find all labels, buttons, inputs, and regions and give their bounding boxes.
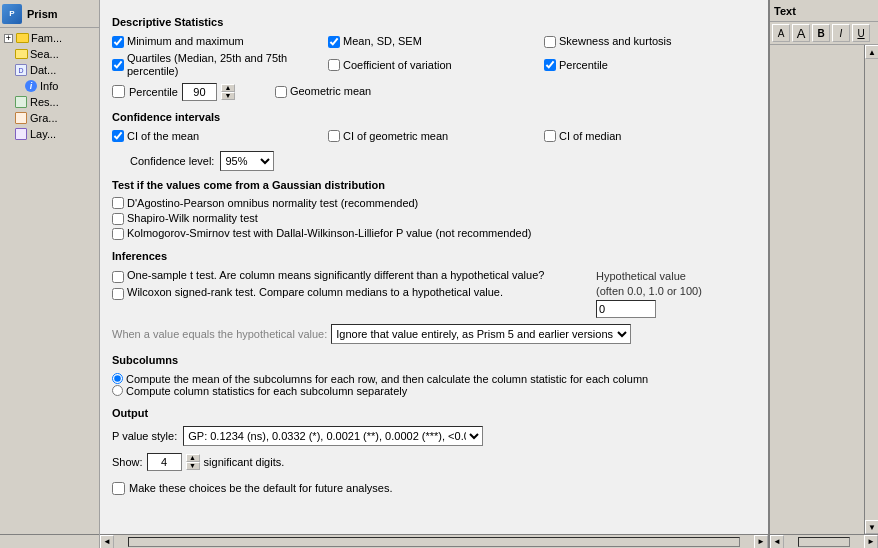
sidebar-item-label: Sea... [30,48,59,60]
scroll-up-btn[interactable]: ▲ [865,45,878,59]
sidebar-item-label: Lay... [30,128,56,140]
equals-row: When a value equals the hypothetical val… [112,324,756,344]
right-scroll-left-btn[interactable]: ◄ [770,535,784,549]
percentile-up-btn[interactable]: ▲ [221,84,235,92]
inferences-header: Inferences [112,250,756,262]
checkbox-wilcoxon[interactable]: Wilcoxon signed-rank test. Compare colum… [112,286,588,300]
percentile-down-btn[interactable]: ▼ [221,92,235,100]
scroll-thumb-area [865,59,878,520]
right-scroll-track[interactable] [798,537,850,547]
checkbox-min-max[interactable]: Minimum and maximum [112,35,324,48]
sidebar-item-layouts[interactable]: Lay... [12,126,97,142]
checkbox-coeff-var[interactable]: Coefficient of variation [328,52,540,78]
scroll-down-btn[interactable]: ▼ [865,520,878,534]
sidebar-item-graphs[interactable]: Gra... [12,110,97,126]
italic-btn[interactable]: I [832,24,850,42]
sidebar-item-family[interactable]: + Fam... [2,30,97,46]
scroll-track[interactable] [128,537,740,547]
right-scrollbar: ▲ ▼ [864,45,878,534]
folder-icon [15,31,29,45]
radio-compute-mean-input[interactable] [112,373,123,384]
pvalue-select[interactable]: GP: 0.1234 (ns), 0.0332 (*), 0.0021 (**)… [183,426,483,446]
checkbox-dagostino-input[interactable] [112,197,124,209]
equals-dropdown[interactable]: Ignore that value entirely, as Prism 5 a… [331,324,631,344]
checkbox-mean-sd[interactable]: Mean, SD, SEM [328,35,540,48]
checkbox-geom-mean-input[interactable] [275,86,287,98]
checkbox-quartiles-input[interactable] [112,59,124,71]
scroll-right-btn[interactable]: ► [754,535,768,549]
checkbox-skewness-input[interactable] [544,36,556,48]
checkbox-percentile-input[interactable] [112,85,125,98]
confidence-level-select[interactable]: 95% 80% 90% 99% 99.9% [220,151,274,171]
checkbox-geom-mean[interactable]: Geometric mean [275,85,371,98]
checkbox-ci-mean[interactable]: CI of the mean [112,130,324,143]
font-size-down-btn[interactable]: A [772,24,790,42]
checkbox-kolmogorov[interactable]: Kolmogorov-Smirnov test with Dallal-Wilk… [112,227,756,240]
radio-compute-each[interactable]: Compute column statistics for each subco… [112,385,756,397]
text-toolbar: A A B I U [770,22,878,45]
checkbox-ci-mean-input[interactable] [112,130,124,142]
checkbox-quartiles-label: Quartiles (Median, 25th and 75th percent… [127,52,324,78]
checkbox-skewness-label: Skewness and kurtosis [559,35,672,48]
checkbox-kolmogorov-input[interactable] [112,228,124,240]
sidebar-item-search[interactable]: Sea... [12,46,97,62]
sidebar-item-data[interactable]: D Dat... [12,62,97,78]
bold-btn[interactable]: B [812,24,830,42]
checkbox-shapiro[interactable]: Shapiro-Wilk normality test [112,212,756,225]
percentile-input[interactable] [182,83,217,101]
checkbox-ci-median-input[interactable] [544,130,556,142]
expand-icon[interactable]: + [4,34,13,43]
hypothetical-value-input[interactable] [596,300,656,318]
inferences-grid: One-sample t test. Are column means sign… [112,269,756,318]
default-checkbox-row[interactable]: Make these choices be the default for fu… [112,482,756,495]
app-logo: P [2,4,22,24]
sidebar-item-label: Res... [30,96,59,108]
checkbox-ci-geom-mean-input[interactable] [328,130,340,142]
checkbox-mean-sd-label: Mean, SD, SEM [343,35,422,48]
checkbox-dagostino[interactable]: D'Agostino-Pearson omnibus normality tes… [112,197,756,210]
sidebar-header: P Prism [0,0,99,28]
underline-btn[interactable]: U [852,24,870,42]
checkbox-ci-median[interactable]: CI of median [544,130,756,143]
sidebar-item-info[interactable]: i Info [22,78,97,94]
checkbox-one-sample-t[interactable]: One-sample t test. Are column means sign… [112,269,588,283]
inferences-left: One-sample t test. Are column means sign… [112,269,588,300]
sidebar-scrollbar [0,534,99,548]
checkbox-one-sample-t-label: One-sample t test. Are column means sign… [127,269,544,282]
desc-stats-row3: Percentile ▲ ▼ Geometric mean [112,83,756,101]
digits-up-btn[interactable]: ▲ [186,454,200,462]
sidebar-item-results[interactable]: Res... [12,94,97,110]
radio-compute-each-label: Compute column statistics for each subco… [126,385,407,397]
checkbox-ci-median-label: CI of median [559,130,621,143]
show-digits-input[interactable] [147,453,182,471]
graph-icon [14,111,28,125]
gaussian-tests: D'Agostino-Pearson omnibus normality tes… [112,197,756,241]
right-scroll-right-btn[interactable]: ► [864,535,878,549]
checkbox-quartiles[interactable]: Quartiles (Median, 25th and 75th percent… [112,52,324,78]
checkbox-skewness[interactable]: Skewness and kurtosis [544,35,756,48]
checkbox-shapiro-label: Shapiro-Wilk normality test [127,212,258,225]
checkbox-coeff-var-input[interactable] [328,59,340,71]
checkbox-ci-geom-mean[interactable]: CI of geometric mean [328,130,540,143]
checkbox-col-sum-input[interactable] [544,59,556,71]
right-bottom-scrollbar: ◄ ► [770,534,878,548]
checkbox-min-max-input[interactable] [112,36,124,48]
checkbox-geom-mean-label: Geometric mean [290,85,371,98]
sidebar: P Prism + Fam... Sea... D Dat... i Info … [0,0,100,548]
font-size-up-btn[interactable]: A [792,24,810,42]
radio-compute-mean[interactable]: Compute the mean of the subcolumns for e… [112,373,756,385]
pvalue-label: P value style: [112,430,177,442]
digits-down-btn[interactable]: ▼ [186,462,200,470]
text-area [770,45,864,534]
significant-digits-label: significant digits. [204,456,285,468]
checkbox-shapiro-input[interactable] [112,213,124,225]
checkbox-wilcoxon-input[interactable] [112,288,124,300]
checkbox-one-sample-t-input[interactable] [112,271,124,283]
checkbox-mean-sd-input[interactable] [328,36,340,48]
checkbox-percentile-label: Percentile [129,86,178,98]
radio-compute-each-input[interactable] [112,385,123,396]
checkbox-col-sum[interactable]: Percentile [544,52,756,78]
default-checkbox-input[interactable] [112,482,125,495]
scroll-left-btn[interactable]: ◄ [100,535,114,549]
sidebar-tree: + Fam... Sea... D Dat... i Info Res... G… [0,28,99,534]
